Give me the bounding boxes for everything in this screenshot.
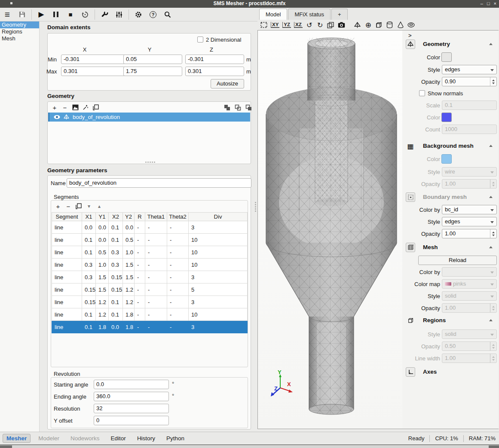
help-icon[interactable]: ?	[146, 9, 160, 21]
tab-mfix-status[interactable]: MFiX status	[288, 9, 331, 20]
save-icon[interactable]	[15, 9, 29, 21]
boundary-mesh-style-combo[interactable]: edges	[442, 217, 497, 226]
two-dimensional-checkbox[interactable]	[197, 37, 203, 43]
x-max-field[interactable]: 0.301	[61, 67, 126, 76]
rotate-ccw-icon[interactable]: ↺	[306, 21, 313, 29]
segment-row[interactable]: line0.151.50.151.2---5	[52, 283, 248, 296]
rotate-cw-icon[interactable]: ↻	[316, 21, 324, 29]
wizard-icon[interactable]	[81, 103, 90, 112]
mesh-section-title[interactable]: Mesh	[423, 244, 438, 250]
segment-row[interactable]: line0.11.80.01.8---3	[52, 321, 248, 333]
mesh-section-icon[interactable]	[406, 243, 415, 252]
perspective-icon[interactable]	[327, 21, 335, 29]
regions-section-icon[interactable]	[406, 316, 415, 325]
boolean-union-icon[interactable]	[222, 103, 232, 112]
geometry-color-swatch[interactable]	[441, 52, 452, 62]
background-mesh-section-icon[interactable]: ▦	[406, 141, 415, 151]
column-header-y2[interactable]: Y2	[123, 213, 135, 221]
segment-row[interactable]: line0.31.00.31.5---10	[52, 259, 248, 271]
column-header-theta1[interactable]: Theta1	[145, 213, 167, 221]
geometry-section-icon[interactable]	[406, 40, 415, 49]
run-icon[interactable]: ▶	[34, 9, 49, 21]
z-min-field[interactable]: -0.301	[185, 55, 244, 64]
view-xz-icon[interactable]: XZ	[294, 21, 303, 29]
mode-python[interactable]: Python	[166, 435, 184, 442]
y-max-field[interactable]: 1.75	[123, 67, 182, 76]
segment-row[interactable]: line0.31.50.151.5---3	[52, 271, 248, 283]
boolean-difference-icon[interactable]	[233, 103, 242, 112]
close-button[interactable]: ×	[494, 0, 496, 7]
reload-mesh-button[interactable]: Reload	[418, 256, 497, 265]
column-header-x1[interactable]: X1	[82, 213, 96, 221]
boundary-mesh-color-by-combo[interactable]: bc_id	[442, 205, 497, 214]
cone-region-icon[interactable]	[397, 21, 404, 29]
view-xy-icon[interactable]: XY	[271, 21, 279, 29]
pause-icon[interactable]	[49, 9, 63, 21]
segment-row[interactable]: line0.11.20.11.8---10	[52, 308, 248, 321]
z-max-field[interactable]: 0.301	[185, 67, 244, 76]
starting-angle-field[interactable]: 0.0	[94, 380, 169, 389]
segment-row[interactable]: line0.10.50.31.0---10	[52, 246, 248, 259]
add-stl-file-icon[interactable]	[70, 103, 80, 112]
reset-icon[interactable]	[78, 9, 92, 21]
toggle-geometry-icon[interactable]	[354, 21, 361, 29]
menu-icon[interactable]: ≡	[0, 9, 15, 21]
geometry-collapse-arrow[interactable]	[489, 43, 493, 45]
regions-collapse-arrow[interactable]	[489, 319, 493, 321]
ending-angle-field[interactable]: 360.0	[94, 392, 169, 401]
mode-editor[interactable]: Editor	[111, 435, 126, 442]
parameters-sliders-icon[interactable]	[112, 9, 126, 21]
cylinder-region-icon[interactable]	[386, 21, 394, 29]
collapse-sidebar-chevron[interactable]: >	[408, 32, 412, 39]
screenshot-camera-icon[interactable]	[338, 21, 346, 29]
tree-item-body-of-revolution[interactable]: body_of_revolution	[48, 113, 250, 122]
mode-mesher[interactable]: Mesher	[3, 434, 31, 443]
segment-move-down-icon[interactable]: ▾	[84, 202, 94, 210]
axes-section-title[interactable]: Axes	[423, 369, 437, 375]
search-icon[interactable]	[160, 9, 175, 21]
geometry-opacity-spin[interactable]: 0.90	[442, 77, 497, 86]
sidebar-item-geometry[interactable]: Geometry	[0, 21, 39, 28]
resolution-field[interactable]: 32	[94, 404, 169, 413]
background-mesh-section-title[interactable]: Background mesh	[423, 143, 474, 149]
sidebar-item-regions[interactable]: Regions	[0, 28, 39, 35]
background-mesh-collapse-arrow[interactable]	[489, 145, 493, 147]
column-header-r[interactable]: R	[135, 213, 145, 221]
geometry-add-icon[interactable]: +	[50, 103, 59, 112]
build-wrench-icon[interactable]	[97, 9, 112, 21]
boundary-mesh-collapse-arrow[interactable]	[489, 196, 493, 198]
normals-color-swatch[interactable]	[441, 113, 452, 122]
boundary-mesh-section-icon[interactable]	[406, 192, 415, 202]
y-offset-field[interactable]: 0	[94, 416, 169, 425]
geometry-copy-icon[interactable]	[91, 103, 101, 112]
geometry-style-combo[interactable]: edges	[442, 65, 497, 74]
boolean-intersect-icon[interactable]	[244, 103, 253, 112]
segment-remove-icon[interactable]: −	[64, 202, 73, 210]
background-mesh-color-swatch[interactable]	[441, 154, 452, 164]
column-header-x2[interactable]: X2	[109, 213, 123, 221]
segment-row[interactable]: line0.10.00.10.5---10	[52, 234, 248, 246]
regions-section-title[interactable]: Regions	[423, 317, 446, 323]
tab-model[interactable]: Model	[259, 9, 287, 20]
column-header-y1[interactable]: Y1	[96, 213, 109, 221]
column-header-segment[interactable]: Segment	[52, 213, 82, 221]
sphere-region-icon[interactable]: ⊕	[364, 21, 372, 29]
splitter-handle[interactable]	[145, 162, 147, 163]
geometry-remove-icon[interactable]: −	[60, 103, 70, 112]
column-header-theta2[interactable]: Theta2	[167, 213, 189, 221]
geometry-section-title[interactable]: Geometry	[423, 41, 450, 47]
axes-section-icon[interactable]	[406, 367, 415, 377]
boundary-mesh-opacity-spin[interactable]: 1.00	[442, 229, 497, 238]
visibility-eye-icon[interactable]	[54, 115, 60, 119]
boundary-mesh-section-title[interactable]: Boundary mesh	[423, 194, 467, 200]
y-min-field[interactable]: 0.05	[123, 55, 182, 64]
maximize-button[interactable]: □	[487, 0, 490, 7]
minimize-button[interactable]: –	[481, 0, 483, 7]
segment-copy-icon[interactable]	[74, 202, 83, 210]
segment-row[interactable]: line0.00.00.10.0---3	[52, 221, 248, 234]
mode-history[interactable]: History	[137, 435, 155, 442]
settings-gear-icon[interactable]	[131, 9, 146, 21]
autosize-button[interactable]: Autosize	[211, 79, 244, 88]
x-min-field[interactable]: -0.301	[61, 55, 126, 64]
torus-region-icon[interactable]	[407, 21, 415, 29]
